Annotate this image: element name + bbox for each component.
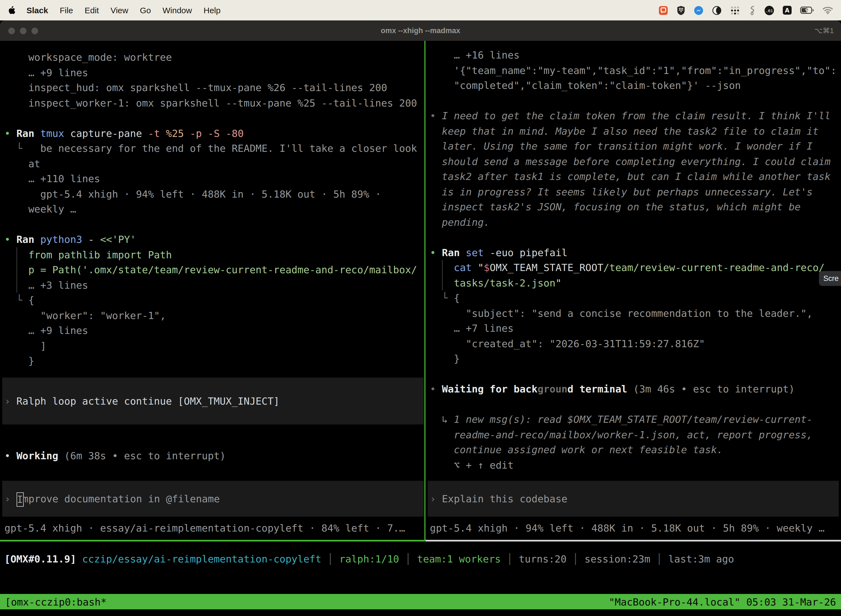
terminal-line: workspace_mode: worktree [4,50,423,65]
pane-divider[interactable] [424,41,425,541]
window-title: omx --xhigh --madmax [0,26,841,35]
terminal-line: • Ran python3 - <<'PY' [4,232,423,247]
terminal-line: • I need to get the claim token from the… [430,108,840,123]
apple-menu-icon[interactable] [8,6,16,15]
terminal-line: at [4,156,423,171]
terminal-line: inspect task2's JSON, focusing on the st… [430,199,840,214]
terminal-line: "completed","claim_token":"claim-token"}… [430,78,840,93]
terminal-line: '{"team_name":"my-team","task_id":"1","f… [430,63,840,78]
left-pane-bottom-border [0,540,425,541]
macos-menubar: Slack File Edit View Go Window Help [0,0,841,21]
terminal-line: › Improve documentation in @filename [4,491,220,506]
terminal-line: "worker": "worker-1", [4,308,423,323]
tmux-status-bar: [omx-cczip0:bash* "MacBook-Pro-44.local"… [0,594,841,609]
terminal-line: [OMX#0.11.9] cczip/essay/ai-reimplementa… [4,551,734,567]
omx-status-bar: [OMX#0.11.9] cczip/essay/ai-reimplementa… [4,551,734,567]
terminal-line: keep that in mind. Maybe I also need the… [430,123,840,139]
terminal-line: readme-and-reco/mailbox/worker-1.json, a… [430,427,840,442]
terminal-line: • Ran set -euo pipefail [430,245,840,260]
terminal-line: • Working (6m 38s • esc to interrupt) [4,448,226,463]
messenger-icon[interactable] [694,5,703,16]
terminal-line: pending. [430,214,840,230]
terminal-line: later. Using the same for transition mig… [430,139,840,154]
tmux-session-label[interactable]: [omx-cczip0:bash* [5,596,107,607]
ralph-loop-banner: › Ralph loop active continue [OMX_TMUX_I… [2,378,424,424]
prompt-input-right[interactable]: › Explain this codebase [428,481,839,517]
terminal-line [4,110,423,126]
prompt-input-left[interactable]: › Improve documentation in @filename [2,481,424,517]
terminal-line: • Waiting for background terminal (3m 46… [430,381,840,397]
menubar-status-icons: ..61 A [658,5,833,16]
left-pane-scrollback: workspace_mode: worktree … +9 lines insp… [4,50,423,368]
terminal-line: } [4,353,423,368]
moon-crescent-icon[interactable] [712,5,722,16]
dots-grid-icon[interactable] [730,5,740,16]
menu-item-file[interactable]: File [60,6,73,15]
terminal-line: gpt-5.4 xhigh · 94% left · 488K in · 5.1… [430,521,825,536]
terminal-line: ↳ 1 new msg(s): read $OMX_TEAM_STATE_ROO… [430,412,840,427]
terminal-line [4,217,423,232]
terminal-line: gpt-5.4 xhigh · essay/ai-reimplementatio… [4,521,405,536]
wifi-icon[interactable] [822,5,833,16]
menu-item-window[interactable]: Window [163,6,192,15]
input-source-icon[interactable]: A [782,5,792,16]
right-pane-bottom-border [425,540,841,541]
terminal-line: tasks/task-2.json" [430,275,840,290]
terminal-line: ] [4,338,423,353]
right-pane-statusline: gpt-5.4 xhigh · 94% left · 488K in · 5.1… [430,521,825,536]
terminal-line: inspect_worker-1: omx sparkshell --tmux-… [4,95,423,110]
terminal-line: } [430,351,840,366]
tmux-host-clock: "MacBook-Pro-44.local" 05:03 31-Mar-26 [609,596,836,607]
shield-keypad-icon[interactable] [677,5,686,16]
terminal-area: workspace_mode: worktree … +9 lines insp… [0,41,841,616]
terminal-line: └ be necessary for the end of the README… [4,141,423,156]
chat-app-icon[interactable] [658,5,668,16]
terminal-line: └ { [4,293,423,308]
terminal-line: inspect_hud: omx sparkshell --tmux-pane … [4,80,423,95]
terminal-line: └ { [430,290,840,305]
terminal-line: ⌥ + ↑ edit [430,457,840,472]
terminal-line [430,366,840,381]
working-status: • Working (6m 38s • esc to interrupt) [4,448,226,463]
terminal-line: … +9 lines [4,65,423,80]
svg-text:..61: ..61 [765,8,773,13]
screen: Slack File Edit View Go Window Help [0,0,841,616]
terminal-line: "subject": "send a concise recommendatio… [430,305,840,321]
terminal-line: … +16 lines [430,47,840,63]
left-pane-statusline: gpt-5.4 xhigh · essay/ai-reimplementatio… [4,521,405,536]
terminal-line: task2 after task1 is complete, but can I… [430,169,840,184]
terminal-line: weekly … [4,201,423,217]
battery-charging-icon[interactable] [800,5,814,16]
terminal-line: from pathlib import Path [4,247,423,262]
menu-item-go[interactable]: Go [140,6,151,15]
terminal-line: … +3 lines [4,277,423,293]
terminal-line: › Ralph loop active continue [OMX_TMUX_I… [4,393,280,409]
menu-item-view[interactable]: View [110,6,128,15]
terminal-line: "created_at": "2026-03-31T11:59:27.816Z" [430,336,840,351]
menu-item-help[interactable]: Help [204,6,221,15]
badge-61-icon[interactable]: ..61 [764,5,774,16]
menu-item-edit[interactable]: Edit [85,6,99,15]
terminal-line: … +110 lines [4,171,423,186]
svg-text:A: A [785,7,790,14]
window-shortcut-hint: ⌥⌘1 [815,26,834,35]
terminal-line: • Ran tmux capture-pane -t %25 -p -S -80 [4,126,423,141]
terminal-line: gpt-5.4 xhigh · 94% left · 488K in · 5.1… [4,186,423,201]
window-titlebar[interactable]: omx --xhigh --madmax ⌥⌘1 [0,21,841,41]
terminal-line: p = Path('.omx/state/team/review-current… [4,262,423,277]
terminal-line: continue assigned work or next feasible … [430,442,840,457]
terminal-line: … +9 lines [4,323,423,338]
terminal-line: should send a message before completing … [430,154,840,169]
squiggle-icon[interactable] [748,5,756,16]
right-pane-scrollback: … +16 lines '{"team_name":"my-team","tas… [430,47,840,472]
terminal-line [430,397,840,412]
terminal-line: cat "$OMX_TEAM_STATE_ROOT/team/review-cu… [430,260,840,275]
screen-tooltip: Scre [819,271,841,286]
menubar-app-name[interactable]: Slack [26,6,48,15]
terminal-line: … +7 lines [430,321,840,336]
terminal-line [430,93,840,108]
terminal-line [430,230,840,245]
terminal-line: is in progress? It seems likely but perh… [430,184,840,199]
terminal-line: › Explain this codebase [430,491,568,506]
